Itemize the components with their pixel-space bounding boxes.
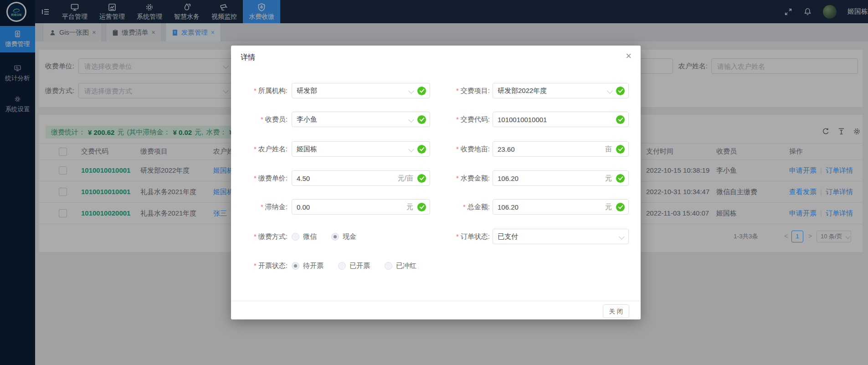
radio-cash[interactable]: 现金 [331,232,356,241]
field-water-input[interactable]: 106.20 元 [493,170,629,186]
field-code-value: 1010010010001 [498,116,616,123]
field-collector-label: *收费员: [236,112,288,127]
field-late-label: *滞纳金: [236,199,288,215]
required-asterisk: * [456,115,459,123]
field-collector-value: 李小鱼 [297,115,409,124]
field-price-value: 4.50 [297,175,398,182]
detail-modal: 详情 × *所属机构: 研发部 *交费项目: 研发部2022年度 *收费员: 李… [231,46,641,319]
valid-check-icon [616,87,625,95]
radio-label: 已开票 [349,262,370,270]
chevron-down-icon [408,117,414,123]
chevron-down-icon [408,146,414,152]
radio-circle-icon [338,262,346,270]
required-asterisk: * [463,203,466,211]
payment-method-radio-group: 微信 现金 [292,229,371,244]
modal-close-icon[interactable]: × [626,51,632,61]
field-org-label: *所属机构: [236,83,288,98]
field-area-input[interactable]: 23.60 亩 [493,141,629,157]
field-total-input[interactable]: 106.20 元 [493,199,629,215]
modal-close-button[interactable]: 关 闭 [603,304,629,318]
field-price-input[interactable]: 4.50 元/亩 [292,170,430,186]
radio-label: 待开票 [303,262,324,270]
field-price-suffix: 元/亩 [398,174,413,183]
field-project-label: *交费项目: [427,83,490,98]
radio-circle-icon [292,233,299,241]
valid-check-icon [417,145,426,154]
radio-circle-icon [385,262,392,270]
radio-red-flushed[interactable]: 已冲红 [385,262,416,270]
field-farmer-value: 姬国栋 [297,145,409,154]
required-asterisk: * [254,262,257,269]
field-area-label: *收费地亩: [427,141,490,157]
field-late-suffix: 元 [406,203,413,211]
valid-check-icon [417,174,426,183]
field-farmer-select[interactable]: 姬国栋 [292,141,430,157]
field-water-value: 106.20 [498,175,605,182]
field-project-value: 研发部2022年度 [498,87,608,95]
radio-circle-icon [292,262,299,270]
field-total-suffix: 元 [605,203,612,211]
required-asterisk: * [456,232,459,240]
valid-check-icon [616,174,625,183]
field-invoice-label: *开票状态: [236,258,288,273]
required-asterisk: * [254,174,257,182]
radio-label: 已冲红 [396,262,416,270]
field-status-label: *订单状态: [427,229,490,244]
field-late-value: 0.00 [297,203,406,211]
radio-pending-invoice[interactable]: 待开票 [292,262,324,270]
field-late-input[interactable]: 0.00 元 [292,199,430,215]
radio-circle-icon [331,233,339,241]
field-org-value: 研发部 [297,87,409,95]
required-asterisk: * [456,145,459,153]
field-project-select[interactable]: 研发部2022年度 [493,83,629,98]
radio-invoiced[interactable]: 已开票 [338,262,370,270]
required-asterisk: * [456,174,459,182]
valid-check-icon [616,145,625,154]
field-water-label: *水费金额: [427,170,490,186]
field-area-value: 23.60 [498,145,605,153]
field-method-label: *缴费方式: [236,229,288,244]
required-asterisk: * [261,203,263,211]
field-code-input[interactable]: 1010010010001 [493,112,629,127]
field-org-select[interactable]: 研发部 [292,83,430,98]
radio-label: 微信 [303,232,317,241]
required-asterisk: * [254,87,257,94]
field-water-suffix: 元 [605,174,612,183]
chevron-down-icon [619,234,625,240]
field-code-label: *交费代码: [427,112,490,127]
field-collector-select[interactable]: 李小鱼 [292,112,430,127]
required-asterisk: * [456,87,459,94]
field-status-select[interactable]: 已支付 [493,229,629,244]
field-total-value: 106.20 [498,203,605,211]
field-total-label: *总金额: [427,199,490,215]
required-asterisk: * [261,115,263,123]
valid-check-icon [417,115,426,124]
field-farmer-label: *农户姓名: [236,141,288,157]
required-asterisk: * [254,232,257,240]
radio-label: 现金 [343,232,356,241]
valid-check-icon [417,203,426,211]
field-area-suffix: 亩 [605,145,612,154]
field-status-value: 已支付 [498,232,620,241]
field-price-label: *缴费单价: [236,170,288,186]
modal-footer: 关 闭 [231,301,641,319]
chevron-down-icon [607,88,613,94]
modal-title: 详情 [241,53,255,62]
radio-wechat[interactable]: 微信 [292,232,317,241]
valid-check-icon [417,87,426,95]
invoice-status-radio-group: 待开票 已开票 已冲红 [292,258,431,273]
valid-check-icon [616,115,625,124]
chevron-down-icon [408,88,414,94]
valid-check-icon [616,203,625,211]
app-root: RIEON 缴费管理 统计分析 [0,0,868,365]
required-asterisk: * [254,145,257,153]
